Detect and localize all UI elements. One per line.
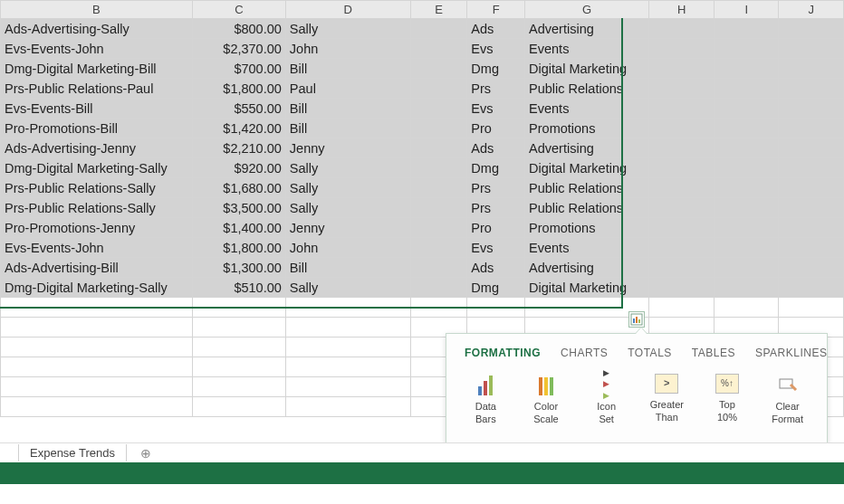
table-row[interactable]: Evs-Events-John$2,370.00JohnEvsEvents — [1, 39, 844, 59]
qa-item-color-scale[interactable]: ColorScale — [519, 374, 573, 426]
cell[interactable]: $700.00 — [192, 59, 285, 79]
cell[interactable]: Pro-Promotions-Jenny — [1, 218, 193, 238]
cell[interactable]: Promotions — [525, 218, 649, 238]
cell[interactable] — [467, 298, 525, 318]
cell[interactable] — [714, 278, 778, 298]
cell[interactable]: Advertising — [525, 258, 649, 278]
cell[interactable] — [410, 158, 467, 178]
cell[interactable] — [1, 397, 193, 417]
cell[interactable] — [649, 99, 715, 119]
cell[interactable]: Prs — [467, 178, 525, 198]
cell[interactable]: Evs — [467, 238, 525, 258]
cell[interactable] — [1, 357, 193, 377]
cell[interactable] — [285, 377, 410, 397]
cell[interactable]: Prs-Public Relations-Sally — [1, 198, 193, 218]
cell[interactable] — [779, 59, 844, 79]
cell[interactable] — [649, 138, 715, 158]
cell[interactable]: Events — [525, 99, 649, 119]
cell[interactable]: $510.00 — [192, 278, 285, 298]
cell[interactable] — [649, 79, 715, 99]
cell[interactable] — [410, 39, 467, 59]
cell[interactable]: Ads-Advertising-Jenny — [1, 138, 193, 158]
tab-tables[interactable]: TABLES — [692, 347, 735, 359]
cell[interactable] — [779, 158, 844, 178]
cell[interactable]: Pro — [467, 218, 525, 238]
cell[interactable] — [410, 238, 467, 258]
cell[interactable]: Sally — [285, 178, 410, 198]
cell[interactable] — [1, 318, 193, 338]
cell[interactable]: $1,300.00 — [192, 258, 285, 278]
tab-formatting[interactable]: FORMATTING — [465, 347, 541, 359]
table-row[interactable]: Evs-Events-Bill$550.00BillEvsEvents — [1, 99, 844, 119]
cell[interactable] — [779, 79, 844, 99]
cell[interactable] — [714, 238, 778, 258]
cell[interactable]: Digital Marketing — [525, 278, 649, 298]
cell[interactable]: Evs — [467, 99, 525, 119]
qa-item-top-10[interactable]: %↑Top10% — [700, 374, 754, 426]
table-row[interactable]: Prs-Public Relations-Sally$1,680.00Sally… — [1, 178, 844, 198]
cell[interactable]: Public Relations — [525, 178, 649, 198]
col-header-D[interactable]: D — [285, 1, 410, 19]
cell[interactable]: Ads — [467, 19, 525, 39]
col-header-I[interactable]: I — [714, 1, 778, 19]
cell[interactable]: Prs — [467, 198, 525, 218]
cell[interactable]: Bill — [285, 99, 410, 119]
cell[interactable]: Public Relations — [525, 79, 649, 99]
quick-analysis-button[interactable] — [628, 311, 645, 328]
cell[interactable] — [410, 198, 467, 218]
cell[interactable] — [714, 138, 778, 158]
table-row[interactable]: Evs-Events-John$1,800.00JohnEvsEvents — [1, 238, 844, 258]
cell[interactable]: Bill — [285, 59, 410, 79]
cell[interactable]: Digital Marketing — [525, 158, 649, 178]
col-header-J[interactable]: J — [779, 1, 844, 19]
cell[interactable]: $1,800.00 — [192, 79, 285, 99]
tab-sparklines[interactable]: SPARKLINES — [755, 347, 827, 359]
cell[interactable]: Paul — [285, 79, 410, 99]
cell[interactable] — [714, 79, 778, 99]
cell[interactable] — [714, 39, 778, 59]
cell[interactable]: Sally — [285, 158, 410, 178]
cell[interactable]: Ads-Advertising-Bill — [1, 258, 193, 278]
cell[interactable] — [649, 178, 715, 198]
cell[interactable]: Sally — [285, 198, 410, 218]
cell[interactable] — [714, 59, 778, 79]
cell[interactable] — [1, 377, 193, 397]
table-row[interactable]: Ads-Advertising-Bill$1,300.00BillAdsAdve… — [1, 258, 844, 278]
table-row[interactable]: Dmg-Digital Marketing-Sally$510.00SallyD… — [1, 278, 844, 298]
cell[interactable]: $1,800.00 — [192, 238, 285, 258]
cell[interactable] — [779, 258, 844, 278]
sheet-tab-expense-trends[interactable]: Expense Trends — [18, 444, 127, 461]
cell[interactable]: Dmg-Digital Marketing-Sally — [1, 278, 193, 298]
cell[interactable]: Ads — [467, 138, 525, 158]
cell[interactable]: $1,420.00 — [192, 119, 285, 138]
cell[interactable] — [192, 357, 285, 377]
cell[interactable]: Dmg — [467, 278, 525, 298]
cell[interactable]: Dmg-Digital Marketing-Bill — [1, 59, 193, 79]
cell[interactable] — [714, 218, 778, 238]
cell[interactable] — [192, 318, 285, 338]
cell[interactable]: $1,680.00 — [192, 178, 285, 198]
cell[interactable]: Dmg-Digital Marketing-Sally — [1, 158, 193, 178]
cell[interactable] — [649, 198, 715, 218]
table-row[interactable]: Prs-Public Relations-Sally$3,500.00Sally… — [1, 198, 844, 218]
cell[interactable]: Sally — [285, 278, 410, 298]
col-header-B[interactable]: B — [1, 1, 193, 19]
table-row[interactable]: Dmg-Digital Marketing-Sally$920.00SallyD… — [1, 158, 844, 178]
cell[interactable] — [714, 258, 778, 278]
table-row[interactable]: Ads-Advertising-Sally$800.00SallyAdsAdve… — [1, 19, 844, 39]
cell[interactable]: Promotions — [525, 119, 649, 138]
cell[interactable] — [649, 119, 715, 138]
cell[interactable] — [192, 377, 285, 397]
cell[interactable] — [285, 298, 410, 318]
cell[interactable]: $800.00 — [192, 19, 285, 39]
col-header-G[interactable]: G — [525, 1, 649, 19]
table-row[interactable] — [1, 298, 844, 318]
cell[interactable] — [779, 138, 844, 158]
cell[interactable]: John — [285, 39, 410, 59]
cell[interactable]: $1,400.00 — [192, 218, 285, 238]
cell[interactable] — [649, 59, 715, 79]
cell[interactable] — [1, 338, 193, 357]
cell[interactable]: Evs — [467, 39, 525, 59]
table-row[interactable]: Dmg-Digital Marketing-Bill$700.00BillDmg… — [1, 59, 844, 79]
cell[interactable]: Evs-Events-John — [1, 238, 193, 258]
